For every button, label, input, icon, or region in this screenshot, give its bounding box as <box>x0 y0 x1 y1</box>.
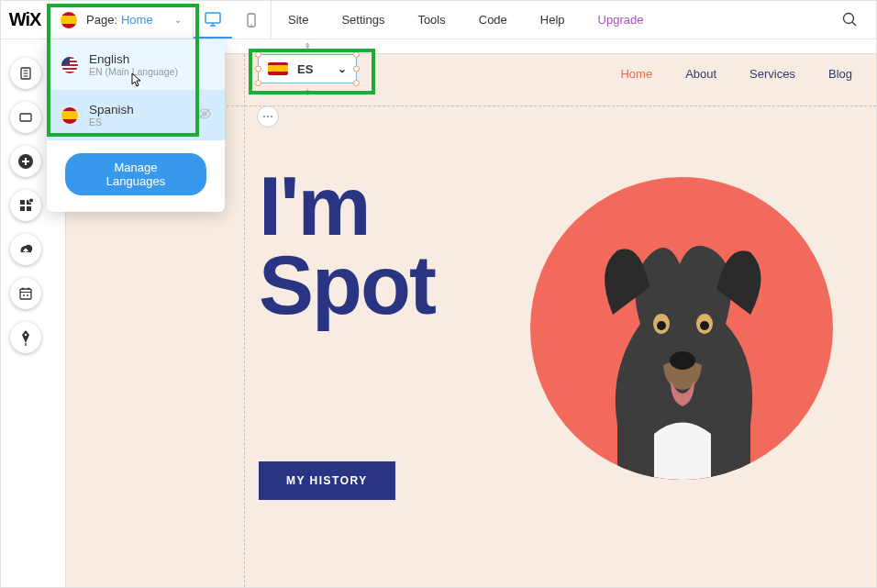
chevron-down-icon: ⌄ <box>174 15 182 25</box>
nav-blog[interactable]: Blog <box>828 67 852 81</box>
chevron-down-icon: ⌄ <box>338 62 347 75</box>
menu-upgrade[interactable]: Upgrade <box>582 1 661 39</box>
lang-name: Spanish <box>89 103 134 116</box>
svg-rect-20 <box>27 206 31 211</box>
tool-pages[interactable] <box>10 58 41 89</box>
tool-blog[interactable] <box>10 322 41 353</box>
nav-services[interactable]: Services <box>749 67 795 81</box>
resize-handle[interactable] <box>255 80 261 86</box>
top-menu: Site Settings Tools Code Help Upgrade <box>272 1 660 39</box>
lang-sub: ES <box>89 116 134 128</box>
resize-handle[interactable] <box>255 51 261 58</box>
svg-line-6 <box>852 22 856 26</box>
wix-logo: WiX <box>1 9 49 30</box>
svg-rect-17 <box>20 200 25 205</box>
svg-rect-0 <box>205 13 220 23</box>
left-toolbar <box>10 58 41 353</box>
hero-heading[interactable]: I'm Spot <box>259 168 435 325</box>
visibility-icon[interactable] <box>197 108 212 122</box>
pen-icon <box>19 329 32 346</box>
us-flag-icon <box>61 57 78 73</box>
menu-help[interactable]: Help <box>524 1 582 39</box>
language-widget[interactable]: ES ⌄ <box>258 54 357 83</box>
guide-line <box>244 54 245 587</box>
spain-flag-icon <box>61 12 77 28</box>
resize-handle[interactable] <box>353 80 360 86</box>
svg-point-32 <box>657 321 666 330</box>
svg-point-33 <box>700 321 709 330</box>
page-name: Home <box>121 13 153 27</box>
svg-point-5 <box>843 14 853 24</box>
page-selector[interactable]: Page: Home ⌄ <box>49 1 194 39</box>
tool-background[interactable] <box>10 102 41 133</box>
page-icon <box>18 66 33 81</box>
background-icon <box>18 110 33 125</box>
topbar: WiX Page: Home ⌄ Site Settings Tools Cod… <box>1 1 876 39</box>
search-icon <box>842 12 858 28</box>
spain-flag-icon <box>61 107 78 124</box>
hero-line2: Spot <box>259 247 435 326</box>
upload-icon <box>17 243 34 256</box>
stretch-handle-bottom[interactable]: ⇟ <box>298 87 316 96</box>
menu-tools[interactable]: Tools <box>401 1 461 39</box>
ellipsis-icon: ⋯ <box>262 110 273 123</box>
svg-point-34 <box>670 351 695 370</box>
desktop-icon <box>205 12 221 27</box>
svg-point-26 <box>23 294 25 296</box>
language-widget-label: ES <box>297 62 313 76</box>
svg-rect-13 <box>20 114 31 121</box>
nav-home[interactable]: Home <box>620 67 652 81</box>
plus-icon <box>17 153 34 170</box>
nav-about[interactable]: About <box>685 67 716 81</box>
svg-point-21 <box>29 198 34 203</box>
lang-sub: EN (Main Language) <box>89 66 178 77</box>
device-switcher <box>194 1 272 39</box>
menu-code[interactable]: Code <box>462 1 524 39</box>
svg-rect-22 <box>20 289 31 299</box>
language-dropdown: English EN (Main Language) Spanish ES Ma… <box>47 39 225 212</box>
mobile-device-button[interactable] <box>232 1 271 39</box>
svg-point-27 <box>27 294 28 296</box>
hero-line1: I'm <box>259 168 435 247</box>
language-widget-selection[interactable]: ⇞ ES ⌄ ⇟ <box>258 54 357 83</box>
svg-rect-19 <box>20 206 25 211</box>
calendar-icon <box>18 286 33 301</box>
my-history-button[interactable]: MY HISTORY <box>259 461 395 500</box>
resize-handle[interactable] <box>353 51 360 58</box>
apps-icon <box>18 198 33 213</box>
lang-name: English <box>89 52 178 66</box>
hero-image-circle[interactable] <box>530 177 833 480</box>
svg-point-28 <box>25 334 27 336</box>
menu-site[interactable]: Site <box>272 1 325 39</box>
menu-settings[interactable]: Settings <box>325 1 401 39</box>
tool-add[interactable] <box>10 146 41 177</box>
manage-languages-button[interactable]: Manage Languages <box>65 153 206 195</box>
dog-image <box>562 223 801 480</box>
mobile-icon <box>247 13 256 28</box>
stretch-handle-top[interactable]: ⇞ <box>298 41 316 50</box>
search-button[interactable] <box>830 12 869 28</box>
language-item-english[interactable]: English EN (Main Language) <box>47 39 225 90</box>
spain-flag-icon <box>268 62 288 75</box>
page-label: Page: <box>86 13 117 27</box>
tool-media[interactable] <box>10 234 41 265</box>
language-item-spanish[interactable]: Spanish ES <box>47 90 225 140</box>
resize-handle[interactable] <box>255 66 261 72</box>
more-options-button[interactable]: ⋯ <box>257 105 279 128</box>
tool-bookings[interactable] <box>10 278 41 309</box>
svg-point-4 <box>250 24 252 26</box>
tool-apps[interactable] <box>10 190 41 221</box>
resize-handle[interactable] <box>353 66 360 72</box>
site-nav: Home About Services Blog <box>620 67 852 81</box>
desktop-device-button[interactable] <box>194 1 232 39</box>
